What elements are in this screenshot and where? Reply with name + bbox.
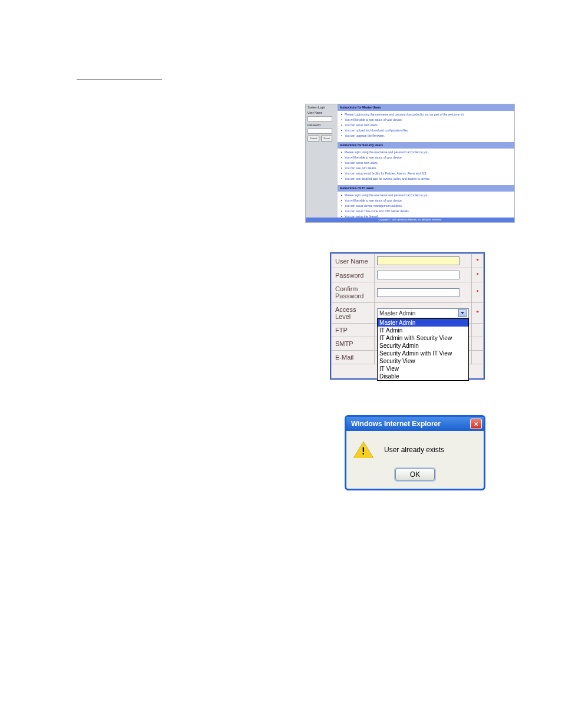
alert-title: Windows Internet Explorer [351,420,441,428]
instructions-header-master: Instructions for Master Users [338,104,514,111]
form-label-access-level: Access Level [332,303,375,324]
login-submit-button[interactable]: Submit [308,136,319,141]
instructions-footer: Copyright © 2007 American Fibertek, Inc.… [306,218,514,222]
required-marker: * [472,303,484,324]
form-label-password: Password [332,268,375,282]
confirm-password-input[interactable] [377,288,459,297]
dropdown-option[interactable]: IT Admin with Security View [378,334,468,342]
required-marker: * [472,282,484,303]
form-label-email: E-Mail [332,351,375,364]
password-input[interactable] [377,271,459,279]
instruction-bullet: You will be able to see status of your d… [345,156,512,160]
user-form-figure: User Name * Password * Confirm Password … [330,252,485,380]
login-password-label: Password [308,123,336,127]
form-label-username: User Name [332,254,375,268]
close-icon[interactable] [470,419,482,429]
instruction-bullet: You can setup new users. [345,161,512,165]
instruction-bullet: You will be able to see status of your d… [345,199,512,203]
dropdown-option[interactable]: IT View [378,365,468,373]
access-level-select[interactable]: Master Admin [377,308,469,318]
dropdown-option[interactable]: Security Admin [378,342,468,350]
access-level-selected-value: Master Admin [379,310,415,317]
instructions-header-security: Instructions for Security Users [338,142,514,149]
instruction-bullet: Please login using the username and pass… [345,150,512,154]
instruction-bullet: You can see port details. [345,166,512,170]
instructions-header-it: Instructions for IT users [338,185,514,192]
login-username-label: User Name [308,111,336,115]
alert-dialog: Windows Internet Explorer User already e… [345,415,485,490]
alert-titlebar: Windows Internet Explorer [346,417,484,431]
instruction-bullet: You can setup device management address. [345,204,512,208]
instruction-bullet: Please Login using the username and pass… [345,113,512,117]
login-password-input[interactable] [308,129,332,134]
dropdown-option[interactable]: Disable [378,373,468,380]
instruction-bullet: You can upgrade the firmware. [345,134,512,138]
system-login-header: System Login [308,106,336,110]
access-level-dropdown-list: Master Admin IT Admin IT Admin with Secu… [377,318,469,381]
required-marker: * [472,254,484,268]
form-label-smtp: SMTP [332,337,375,351]
dropdown-option[interactable]: Master Admin [378,319,468,327]
alert-message: User already exists [384,446,444,454]
warning-icon [353,442,373,458]
login-username-input[interactable] [308,116,332,121]
instruction-bullet: You can see detailed logs for events, po… [345,177,512,181]
section-underline [77,71,162,80]
username-input[interactable] [377,256,459,265]
instructions-panel: Instructions for Master Users Please Log… [338,104,514,218]
form-label-ftp: FTP [332,324,375,337]
required-marker: * [472,268,484,282]
alert-dialog-figure: Windows Internet Explorer User already e… [345,415,485,490]
form-label-confirm-password: Confirm Password [332,282,375,303]
login-sidebar: System Login User Name Password Submit R… [306,104,338,222]
instruction-bullet: You can upload and download configuratio… [345,129,512,133]
dropdown-option[interactable]: Security View [378,357,468,365]
instruction-bullet: You will be able to see status of your d… [345,118,512,122]
login-reset-button[interactable]: Reset [321,136,332,141]
instruction-bullet: You can setup new users. [345,123,512,127]
login-instructions-figure: System Login User Name Password Submit R… [305,104,515,223]
instruction-bullet: You can setup email facility for Policie… [345,172,512,176]
dropdown-option[interactable]: IT Admin [378,327,468,334]
chevron-down-icon [458,309,467,317]
instruction-bullet: Please login using the username and pass… [345,193,512,197]
instruction-bullet: You can setup Time Zone and NTP server d… [345,209,512,213]
ok-button[interactable]: OK [395,469,435,480]
dropdown-option[interactable]: Security Admin with IT View [378,350,468,357]
